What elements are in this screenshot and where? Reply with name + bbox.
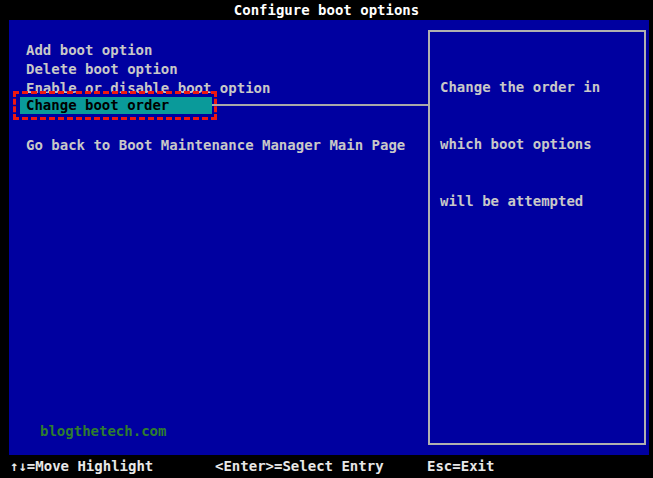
menu-item-delete-boot-option[interactable]: Delete boot option [26,61,178,78]
footer-bar: ↑↓=Move Highlight <Enter>=Select Entry E… [0,455,653,478]
help-text-line: will be attempted [440,192,600,211]
help-text-line: Change the order in [440,78,600,97]
hint-select-entry: <Enter>=Select Entry [215,458,384,475]
menu-item-change-boot-order[interactable]: Change boot order [20,97,212,114]
menu-item-go-back[interactable]: Go back to Boot Maintenance Manager Main… [26,137,405,154]
help-connector-line [212,104,429,106]
menu-item-add-boot-option[interactable]: Add boot option [26,42,152,59]
hint-move-highlight: ↑↓=Move Highlight [10,458,153,475]
hint-esc-exit: Esc=Exit [427,458,494,475]
help-text: Change the order in which boot options w… [440,40,600,249]
help-text-line: which boot options [440,135,600,154]
menu-item-enable-disable-boot-option[interactable]: Enable or disable boot option [26,80,270,97]
bios-screen: Add boot option Delete boot option Enabl… [9,20,649,455]
watermark: blogthetech.com [40,423,166,439]
screen-title: Configure boot options [0,0,653,20]
help-panel: Change the order in which boot options w… [428,30,646,445]
